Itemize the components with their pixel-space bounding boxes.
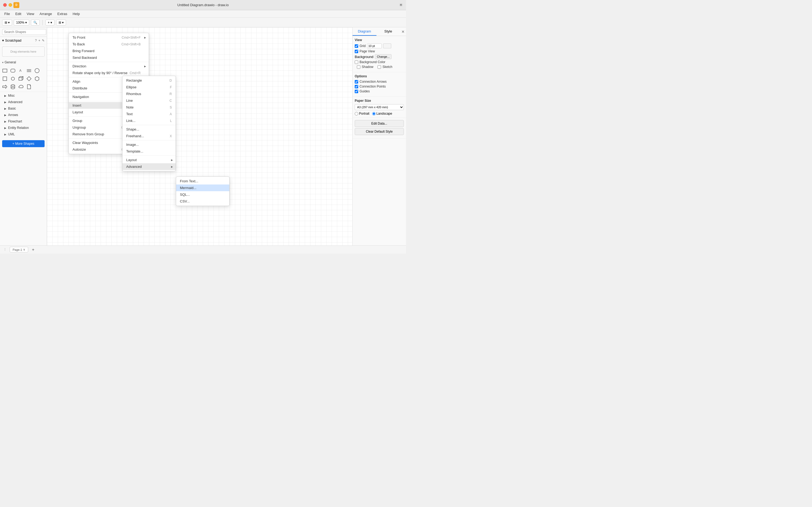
menu-help[interactable]: Help <box>70 11 82 17</box>
advanced-mermaid[interactable]: Mermaid... <box>176 184 229 191</box>
page-1-tab[interactable]: Page-1 ∨ <box>10 247 28 252</box>
connection-arrows-checkbox[interactable] <box>355 80 358 83</box>
insert-btn[interactable]: + ▾ <box>45 19 55 25</box>
sidebar-item-arrows[interactable]: ▶ Arrows <box>0 112 47 118</box>
shape-hexagon[interactable] <box>33 75 41 82</box>
menu-item-rotate[interactable]: Rotate shape only by 90° / Reverse Cmd+R <box>69 69 149 76</box>
tab-diagram[interactable]: Diagram <box>353 27 376 36</box>
insert-image[interactable]: Image... <box>122 141 176 148</box>
menu-item-bring-forward[interactable]: Bring Forward <box>69 48 149 54</box>
landscape-radio[interactable] <box>372 112 375 115</box>
landscape-option[interactable]: Landscape <box>372 112 392 115</box>
portrait-option[interactable]: Portrait <box>355 112 369 115</box>
guides-label: Guides <box>359 90 370 93</box>
menu-edit[interactable]: Edit <box>13 11 23 17</box>
grid-value-input[interactable] <box>367 44 382 48</box>
shape-lines[interactable] <box>25 67 33 74</box>
insert-link[interactable]: Link... L <box>122 117 176 124</box>
search-input[interactable] <box>2 29 46 35</box>
scratchpad-edit-btn[interactable]: ✎ <box>42 39 45 43</box>
paper-size-select[interactable]: A3 (297 mm x 420 mm) A4 (210 mm x 297 mm… <box>355 104 404 110</box>
direction-label: Direction <box>72 64 86 68</box>
menu-arrange[interactable]: Arrange <box>37 11 54 17</box>
insert-advanced[interactable]: Advanced <box>122 163 176 170</box>
insert-line[interactable]: Line C <box>122 97 176 104</box>
change-background-btn[interactable]: Change... <box>375 54 392 59</box>
connection-points-checkbox[interactable] <box>355 85 358 88</box>
grid-color-swatch[interactable] <box>383 44 391 48</box>
insert-freehand[interactable]: Freehand... X <box>122 133 176 139</box>
sidebar-item-uml[interactable]: ▶ UML <box>0 131 47 137</box>
shape-3d-rect[interactable] <box>17 75 25 82</box>
theme-toggle[interactable]: ☀ <box>399 2 403 7</box>
scratchpad-add-btn[interactable]: + <box>39 39 40 43</box>
sidebar-item-misc[interactable]: ▶ Misc <box>0 92 47 99</box>
shape-rect[interactable] <box>1 67 9 74</box>
menu-item-direction[interactable]: Direction <box>69 63 149 69</box>
link-label: Link... <box>126 119 135 123</box>
insert-template[interactable]: Template... <box>122 148 176 155</box>
insert-rhombus[interactable]: Rhombus R <box>122 91 176 97</box>
background-color-checkbox[interactable] <box>355 60 358 64</box>
insert-rectangle[interactable]: Rectangle D <box>122 77 176 84</box>
insert-advanced-label: Advanced <box>126 165 142 169</box>
clear-default-style-btn[interactable]: Clear Default Style <box>355 128 404 135</box>
shape-arrow-right[interactable] <box>1 83 9 91</box>
menu-item-send-backward[interactable]: Send Backward <box>69 54 149 61</box>
menu-file[interactable]: File <box>2 11 12 17</box>
scratchpad-section[interactable]: ▾ Scratchpad ? + ✎ <box>0 37 47 44</box>
shape-diamond[interactable] <box>25 75 33 82</box>
section-general: ▾ General A <box>0 59 47 92</box>
shape-circle[interactable] <box>33 67 41 74</box>
sidebar-item-entity-relation[interactable]: ▶ Entity Relation <box>0 125 47 131</box>
menu-item-to-back[interactable]: To Back Cmd+Shift+B <box>69 41 149 48</box>
shape-doc[interactable] <box>25 83 33 91</box>
grid-checkbox[interactable] <box>355 44 358 48</box>
canvas[interactable]: To Front Cmd+Shift+F To Back Cmd+Shift+B… <box>47 27 352 245</box>
shape-cloud[interactable] <box>17 83 25 91</box>
sidebar-item-flowchart[interactable]: ▶ Flowchart <box>0 118 47 125</box>
zoom-selector[interactable]: 100% ▾ <box>14 19 29 25</box>
edit-data-btn[interactable]: Edit Data... <box>355 120 404 127</box>
general-label: General <box>5 60 16 64</box>
sidebar-item-advanced[interactable]: ▶ Advanced <box>0 99 47 105</box>
sidebar-close-btn[interactable]: ✕ <box>400 27 406 36</box>
insert-ellipse[interactable]: Ellipse F <box>122 84 176 91</box>
insert-note[interactable]: Note S <box>122 104 176 111</box>
shape-text[interactable]: A <box>17 67 25 74</box>
menu-extras[interactable]: Extras <box>55 11 69 17</box>
advanced-from-text[interactable]: From Text... <box>176 178 229 184</box>
insert-layout[interactable]: Layout <box>122 157 176 163</box>
section-general-header[interactable]: ▾ General <box>0 59 47 66</box>
shape-cylinder[interactable] <box>9 83 17 91</box>
insert-text[interactable]: Text A <box>122 111 176 117</box>
close-button[interactable] <box>3 3 7 7</box>
advanced-csv[interactable]: CSV... <box>176 198 229 205</box>
tab-style[interactable]: Style <box>376 27 400 36</box>
page-menu-btn[interactable]: ⋮ <box>2 247 7 252</box>
shape-small-circle[interactable] <box>9 75 17 82</box>
shape-square[interactable] <box>1 75 9 82</box>
insert-shape[interactable]: Shape... <box>122 126 176 133</box>
menu-view[interactable]: View <box>24 11 36 17</box>
shadow-checkbox[interactable] <box>357 65 360 69</box>
table-btn[interactable]: ⊞ ▾ <box>56 19 66 25</box>
shape-rounded-rect[interactable] <box>9 67 17 74</box>
view-toggle-btn[interactable]: ⊞ ▾ <box>2 19 12 25</box>
sidebar-item-basic[interactable]: ▶ Basic <box>0 105 47 112</box>
scratchpad-help-btn[interactable]: ? <box>35 39 37 43</box>
zoom-in-btn[interactable]: 🔍 <box>31 19 40 25</box>
menu-item-to-front[interactable]: To Front Cmd+Shift+F <box>69 34 149 41</box>
sketch-checkbox[interactable] <box>378 65 381 69</box>
main-layout: 🔍 ▾ Scratchpad ? + ✎ Drag elements here … <box>0 27 406 245</box>
page-view-checkbox[interactable] <box>355 50 358 53</box>
advanced-chevron: ▶ <box>4 101 6 104</box>
minimize-button[interactable] <box>9 3 12 7</box>
insert-label: Insert <box>72 103 81 107</box>
guides-checkbox[interactable] <box>355 90 358 93</box>
portrait-radio[interactable] <box>355 112 358 115</box>
view-section-title: View <box>355 38 404 42</box>
more-shapes-button[interactable]: + More Shapes <box>2 140 45 147</box>
advanced-sql[interactable]: SQL... <box>176 191 229 198</box>
add-page-btn[interactable]: + <box>31 247 36 252</box>
